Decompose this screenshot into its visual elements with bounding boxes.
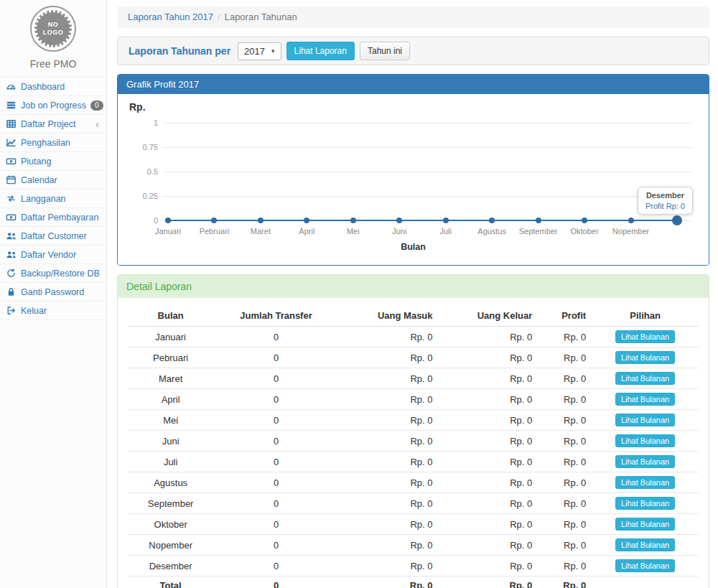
cell-jumlah_transfer: 0 [213, 368, 339, 389]
cell-profit: Rp. 0 [538, 327, 592, 347]
lihat-bulanan-button[interactable]: Lihat Bulanan [615, 414, 675, 426]
cell-jumlah_transfer: 0 [213, 452, 339, 472]
cell-uang_keluar: Rp. 0 [439, 556, 538, 577]
cell-pilihan: Lihat Bulanan [592, 556, 699, 577]
cell-uang_masuk: Rp. 0 [339, 368, 439, 389]
chart-tooltip: Desember Profit Rp: 0 [638, 187, 693, 215]
sidebar-item-label: Daftar Customer [21, 231, 101, 241]
sidebar-item-label: Keluar [21, 306, 101, 316]
cell-uang_keluar: Rp. 0 [439, 431, 538, 452]
chevron-down-icon: ▾ [271, 47, 275, 55]
lihat-bulanan-button[interactable]: Lihat Bulanan [615, 330, 675, 343]
cell-uang_keluar: Rp. 0 [439, 493, 538, 514]
x-tick-label: Nopember [612, 227, 649, 235]
sidebar-item-job-on-progress[interactable]: Job on Progress0 [0, 96, 106, 115]
cell-pilihan: Lihat Bulanan [592, 535, 699, 556]
lihat-bulanan-button[interactable]: Lihat Bulanan [615, 434, 675, 447]
year-select-value: 2017 [244, 46, 265, 57]
cell-pilihan: Lihat Bulanan [592, 347, 699, 368]
data-point-nopember[interactable] [628, 218, 634, 223]
lihat-bulanan-button[interactable]: Lihat Bulanan [615, 476, 675, 489]
sidebar-item-calendar[interactable]: Calendar [0, 171, 106, 190]
tahun-ini-button[interactable]: Tahun ini [360, 42, 410, 60]
data-point-desember[interactable] [672, 215, 682, 225]
cell-profit: Rp. 0 [538, 389, 592, 410]
cell-jumlah_transfer: 0 [213, 535, 339, 556]
cell-pilihan [592, 577, 699, 588]
year-select[interactable]: 2017 ▾ [238, 42, 281, 60]
data-point-juni[interactable] [396, 218, 402, 223]
sidebar-item-label: Dashboard [21, 82, 101, 92]
cell-uang_keluar: Rp. 0 [439, 514, 538, 535]
data-point-mei[interactable] [350, 218, 356, 223]
cell-uang_masuk: Rp. 0 [339, 389, 439, 410]
sidebar-item-dashboard[interactable]: Dashboard [0, 78, 106, 96]
cell-uang_masuk: Rp. 0 [339, 556, 439, 577]
table-row: Juli0Rp. 0Rp. 0Rp. 0Lihat Bulanan [128, 452, 699, 472]
sidebar-item-label: Piutang [21, 157, 101, 167]
sidebar-item-piutang[interactable]: Piutang [0, 152, 106, 171]
data-point-juli[interactable] [443, 218, 449, 223]
cell-pilihan: Lihat Bulanan [592, 368, 699, 389]
sidebar-item-daftar-pembayaran[interactable]: Daftar Pembayaran [0, 208, 106, 227]
sidebar-item-label: Job on Progress [21, 101, 86, 111]
cell-jumlah_transfer: 0 [213, 493, 339, 514]
detail-report-panel: Detail Laporan BulanJumlah TransferUang … [117, 274, 709, 588]
data-point-agustus[interactable] [489, 218, 495, 223]
sidebar-item-daftar-customer[interactable]: Daftar Customer [0, 227, 106, 246]
column-header-uang-masuk: Uang Masuk [339, 305, 439, 327]
sidebar-item-daftar-vendor[interactable]: Daftar Vendor [0, 246, 106, 264]
sidebar-item-daftar-project[interactable]: Daftar Project‹ [0, 115, 106, 134]
sidebar-item-keluar[interactable]: Keluar [0, 302, 106, 320]
cell-jumlah_transfer: 0 [213, 472, 339, 493]
dashboard-icon [6, 81, 17, 92]
sidebar-item-label: Penghasilan [21, 138, 101, 148]
cell-uang_masuk: Rp. 0 [339, 452, 439, 472]
data-point-maret[interactable] [258, 218, 264, 223]
data-point-januari[interactable] [165, 218, 171, 223]
cell-uang_masuk: Rp. 0 [339, 535, 439, 556]
column-header-profit: Profit [538, 305, 592, 327]
cell-profit: Rp. 0 [538, 493, 592, 514]
lihat-bulanan-button[interactable]: Lihat Bulanan [615, 372, 675, 385]
x-tick-label: Maret [251, 227, 271, 235]
lihat-laporan-button[interactable]: Lihat Laporan [286, 42, 355, 60]
cell-uang_keluar: Rp. 0 [439, 327, 538, 347]
chart-x-axis-label: Bulan [401, 242, 426, 252]
cell-pilihan: Lihat Bulanan [592, 389, 699, 410]
app-layout: NO LOGO Free PMO DashboardJob on Progres… [0, 0, 718, 588]
breadcrumb-link-laporan-tahun[interactable]: Laporan Tahun 2017 [128, 11, 213, 22]
cell-uang_keluar: Rp. 0 [439, 577, 538, 588]
profit-chart-panel: Grafik Profit 2017 Rp. Bulan Desember Pr… [117, 74, 709, 266]
data-point-april[interactable] [304, 218, 309, 223]
cell-bulan: September [128, 493, 213, 514]
data-point-oktober[interactable] [582, 218, 587, 223]
y-tick-label: 1 [128, 118, 158, 127]
lihat-bulanan-button[interactable]: Lihat Bulanan [615, 497, 675, 510]
lihat-bulanan-button[interactable]: Lihat Bulanan [615, 538, 675, 551]
lihat-bulanan-button[interactable]: Lihat Bulanan [615, 393, 675, 406]
sidebar-item-backup-restore-db[interactable]: Backup/Restore DB [0, 264, 106, 283]
cell-profit: Rp. 0 [538, 472, 592, 493]
lock-icon [6, 286, 17, 297]
lihat-bulanan-button[interactable]: Lihat Bulanan [615, 559, 675, 572]
sidebar-item-ganti-password[interactable]: Ganti Password [0, 283, 106, 302]
lihat-bulanan-button[interactable]: Lihat Bulanan [615, 518, 675, 531]
x-tick-label: Juli [439, 227, 452, 235]
sidebar-item-penghasilan[interactable]: Penghasilan [0, 134, 106, 152]
sidebar-item-langganan[interactable]: Langganan [0, 190, 106, 208]
data-point-september[interactable] [536, 218, 541, 223]
cell-bulan: Juli [128, 452, 213, 472]
report-table: BulanJumlah TransferUang MasukUang Kelua… [128, 305, 699, 588]
data-point-pebruari[interactable] [211, 218, 217, 223]
calendar-icon [6, 174, 17, 185]
y-tick-label: 0.25 [128, 192, 158, 200]
lihat-bulanan-button[interactable]: Lihat Bulanan [615, 455, 675, 468]
logo-text-line2: LOGO [43, 29, 64, 37]
cell-jumlah_transfer: 0 [213, 556, 339, 577]
chevron-left-icon: ‹ [95, 119, 101, 129]
sign-out-icon [6, 305, 17, 316]
lihat-bulanan-button[interactable]: Lihat Bulanan [615, 351, 675, 364]
gridline [164, 172, 691, 172]
users-icon [6, 230, 17, 241]
